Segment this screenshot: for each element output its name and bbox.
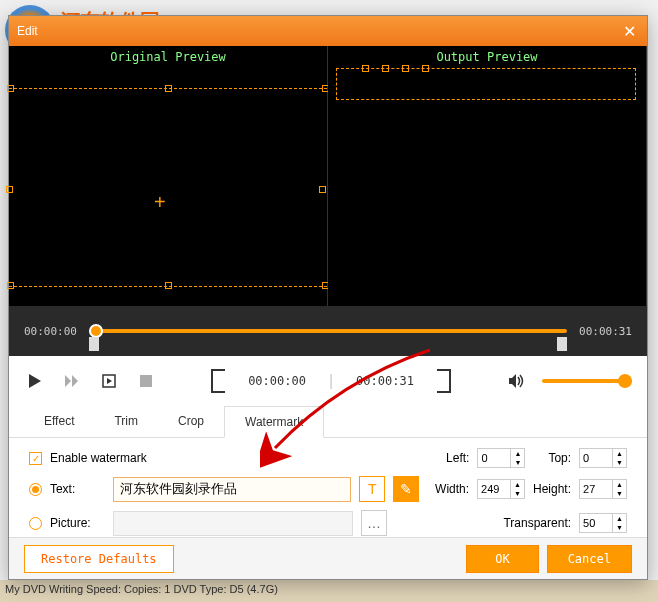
- crop-frame-top[interactable]: [9, 88, 327, 89]
- time-end: 00:00:31: [579, 325, 632, 338]
- spin-down[interactable]: ▼: [613, 458, 626, 467]
- crop-handle[interactable]: [165, 85, 172, 92]
- picture-label: Picture:: [50, 516, 105, 530]
- edit-dialog: Edit ✕ Original Preview + Output Preview: [8, 15, 648, 580]
- transparent-label: Transparent:: [503, 516, 571, 530]
- timeline-thumb[interactable]: [89, 324, 103, 338]
- play-button[interactable]: [24, 370, 46, 392]
- timeline-in-marker[interactable]: [89, 337, 99, 351]
- crop-handle[interactable]: [6, 186, 13, 193]
- output-preview-label: Output Preview: [436, 50, 537, 64]
- background-footer: My DVD Writing Speed: Copies: 1 DVD Type…: [0, 580, 658, 602]
- text-radio[interactable]: [29, 483, 42, 496]
- original-preview-pane[interactable]: Original Preview +: [9, 46, 328, 306]
- height-label: Height:: [533, 482, 571, 496]
- spin-down[interactable]: ▼: [613, 489, 626, 498]
- output-crop-frame: [336, 68, 636, 100]
- enable-watermark-label: Enable watermark: [50, 451, 147, 465]
- tab-crop[interactable]: Crop: [158, 406, 224, 437]
- tab-effect[interactable]: Effect: [24, 406, 94, 437]
- timeline-bar: 00:00:00 00:00:31: [9, 306, 647, 356]
- timeline-out-marker[interactable]: [557, 337, 567, 351]
- tabs: Effect Trim Crop Watermark: [9, 406, 647, 438]
- controls-bar: 00:00:00 | 00:00:31: [9, 356, 647, 406]
- width-spinner[interactable]: ▲▼: [477, 479, 525, 499]
- tab-watermark[interactable]: Watermark: [224, 406, 324, 438]
- range-to: 00:00:31: [348, 374, 422, 388]
- volume-thumb[interactable]: [618, 374, 632, 388]
- left-label: Left:: [446, 451, 469, 465]
- timeline-slider[interactable]: [89, 329, 567, 333]
- spin-up[interactable]: ▲: [613, 480, 626, 489]
- crosshair-icon: +: [154, 191, 166, 214]
- height-input[interactable]: [580, 480, 612, 498]
- crop-handle[interactable]: [7, 85, 14, 92]
- crop-handle: [382, 65, 389, 72]
- step-button[interactable]: [98, 370, 120, 392]
- bracket-in-icon[interactable]: [211, 369, 225, 393]
- spin-down[interactable]: ▼: [511, 489, 524, 498]
- picture-radio[interactable]: [29, 517, 42, 530]
- enable-watermark-checkbox[interactable]: [29, 452, 42, 465]
- bracket-out-icon[interactable]: [437, 369, 451, 393]
- range-from: 00:00:00: [240, 374, 314, 388]
- next-button[interactable]: [61, 370, 83, 392]
- transparent-input[interactable]: [580, 514, 612, 532]
- spin-down[interactable]: ▼: [511, 458, 524, 467]
- crop-frame-bottom[interactable]: [9, 286, 327, 287]
- ok-button[interactable]: OK: [466, 545, 538, 573]
- top-input[interactable]: [580, 449, 612, 467]
- crop-handle: [422, 65, 429, 72]
- volume-icon[interactable]: [505, 370, 527, 392]
- time-start: 00:00:00: [24, 325, 77, 338]
- transparent-spinner[interactable]: ▲▼: [579, 513, 627, 533]
- spin-up[interactable]: ▲: [511, 449, 524, 458]
- text-label: Text:: [50, 482, 105, 496]
- spin-up[interactable]: ▲: [613, 449, 626, 458]
- tab-trim[interactable]: Trim: [94, 406, 158, 437]
- spin-up[interactable]: ▲: [511, 480, 524, 489]
- width-input[interactable]: [478, 480, 510, 498]
- cancel-button[interactable]: Cancel: [547, 545, 632, 573]
- close-button[interactable]: ✕: [619, 21, 639, 41]
- left-spinner[interactable]: ▲▼: [477, 448, 525, 468]
- svg-rect-1: [140, 375, 152, 387]
- dialog-footer: Restore Defaults OK Cancel: [9, 537, 647, 579]
- watermark-text-input[interactable]: [113, 477, 352, 502]
- text-color-button[interactable]: ✎: [393, 476, 419, 502]
- browse-button[interactable]: …: [361, 510, 387, 536]
- dialog-title: Edit: [17, 24, 38, 38]
- volume-slider[interactable]: [542, 379, 632, 383]
- width-label: Width:: [435, 482, 469, 496]
- crop-handle: [362, 65, 369, 72]
- preview-area: Original Preview + Output Preview: [9, 46, 647, 306]
- top-spinner[interactable]: ▲▼: [579, 448, 627, 468]
- stop-button[interactable]: [135, 370, 157, 392]
- top-label: Top:: [548, 451, 571, 465]
- crop-handle[interactable]: [7, 282, 14, 289]
- spin-up[interactable]: ▲: [613, 514, 626, 523]
- picture-path-input[interactable]: [113, 511, 353, 536]
- titlebar: Edit ✕: [9, 16, 647, 46]
- original-preview-label: Original Preview: [110, 50, 226, 64]
- restore-defaults-button[interactable]: Restore Defaults: [24, 545, 174, 573]
- spin-down[interactable]: ▼: [613, 523, 626, 532]
- crop-handle[interactable]: [165, 282, 172, 289]
- left-input[interactable]: [478, 449, 510, 467]
- text-style-button[interactable]: T: [359, 476, 385, 502]
- height-spinner[interactable]: ▲▼: [579, 479, 627, 499]
- crop-handle: [402, 65, 409, 72]
- crop-handle[interactable]: [319, 186, 326, 193]
- output-preview-pane: Output Preview: [328, 46, 647, 306]
